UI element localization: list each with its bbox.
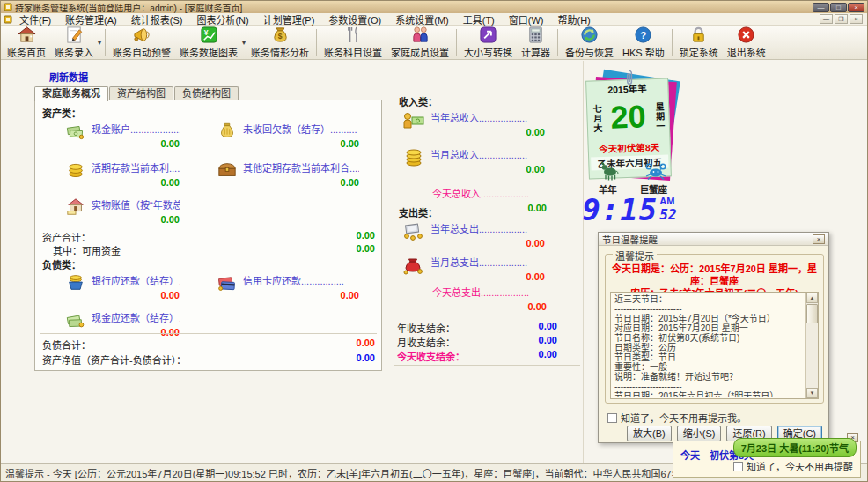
- app-icon: [4, 3, 12, 11]
- asset-item-uncollected-debt: 未收回欠款（结存）..........0.00: [217, 122, 359, 149]
- ledger-entry-dropdown-icon[interactable]: ▾: [98, 39, 101, 47]
- creditcard-repayment-icon: [217, 273, 239, 294]
- case-convert-button[interactable]: 大小写转换: [460, 25, 517, 60]
- uncollected-debt-icon: [217, 122, 239, 143]
- alert-horn-icon: [133, 26, 151, 44]
- exit-icon: [737, 26, 755, 44]
- textarea-scrollbar[interactable]: ▲ ▼: [805, 293, 818, 398]
- expense-item-today: 今天总支出..................0.00: [432, 285, 547, 312]
- festival-reminder-dialog: 节日温馨提醒 × 温馨提示 今天日期是：公历：2015年7月20日 星期一，星座…: [598, 232, 829, 443]
- scroll-down-icon[interactable]: ▼: [806, 388, 818, 398]
- liabilities-header: 负债类：: [42, 257, 81, 271]
- zoom-in-button[interactable]: 放大(B): [627, 426, 672, 441]
- tab-liability-structure[interactable]: 负债结构图: [174, 86, 239, 100]
- tab-family-overview[interactable]: 家庭账务概况: [34, 86, 108, 101]
- assets-header: 资产类：: [42, 106, 81, 120]
- calendar-month-label: 七月大: [590, 103, 604, 133]
- subject-settings-button[interactable]: 账务科目设置: [320, 25, 386, 60]
- tab-strip: 家庭账务概况 资产结构图 负债结构图: [34, 86, 239, 101]
- clock-ampm: AM: [659, 196, 676, 206]
- case-convert-icon: [479, 26, 497, 44]
- asset-item-demand-deposit: 活期存款当前本利............0.00: [65, 160, 180, 188]
- content-divider: [583, 61, 584, 465]
- exit-system-button[interactable]: 退出系统: [723, 25, 770, 60]
- subject-settings-icon: [344, 26, 363, 44]
- income-item-today: 今天总收入..................0.00: [432, 186, 547, 213]
- expense-item-year: 当年总支出..................0.00: [402, 221, 545, 248]
- dialog-title-bar[interactable]: 节日温馨提醒 ×: [599, 233, 828, 246]
- festival-detail-textarea[interactable]: 近三天节日： ----------------------- 节日日期：2015…: [610, 292, 819, 399]
- calendar-weekday-label: 星期一: [652, 101, 666, 131]
- asset-item-cash-account: 现金账户....................0.00: [65, 122, 180, 149]
- widget-dont-remind-checkbox[interactable]: 知道了，今天不用再提醒: [733, 459, 853, 473]
- scrollbar-thumb[interactable]: [806, 304, 818, 323]
- clock-seconds: 52: [659, 206, 676, 223]
- ledger-entry-icon: [65, 26, 84, 44]
- mdi-child-icon: [4, 15, 12, 24]
- reminder-groupbox: 温馨提示 今天日期是：公历：2015年7月20日 星期一，星座：巨蟹座 农历：乙…: [605, 254, 824, 404]
- family-members-button[interactable]: 家庭成员设置: [386, 25, 453, 60]
- assets-total-row: 资产合计： 0.00: [42, 230, 375, 244]
- month-expense-icon: [402, 255, 427, 278]
- asset-item-fixed-deposit: 其他定期存款当前本利合......0.00: [217, 160, 359, 188]
- toolbar-separator: [672, 29, 673, 56]
- cash-repayment-icon: [65, 310, 88, 331]
- calendar-festival-note: 今天初伏第8天: [591, 139, 668, 155]
- month-income-icon: [402, 147, 427, 170]
- dialog-dont-remind-checkbox[interactable]: 知道了，今天不用再提示我。: [607, 411, 747, 425]
- data-chart-button[interactable]: ¥ 账务数据图表: [175, 25, 242, 60]
- checkbox-icon[interactable]: [607, 413, 617, 423]
- auto-alert-button[interactable]: 账务自动预警: [108, 25, 175, 60]
- mdi-restore-icon[interactable]: ❐: [835, 14, 848, 24]
- toolbar-separator: [105, 29, 106, 56]
- family-members-icon: [411, 26, 430, 44]
- close-icon[interactable]: ×: [848, 3, 864, 12]
- toolbar-separator: [316, 29, 317, 56]
- calendar-day-number: 20: [610, 97, 647, 137]
- home-icon: [18, 26, 36, 44]
- month-balance-row: 月收支结余： 0.00: [397, 335, 557, 349]
- toolbar-separator: [557, 29, 558, 56]
- cash-account-icon: [65, 122, 88, 143]
- demand-deposit-icon: [65, 160, 88, 182]
- calculator-button[interactable]: 计算器: [517, 25, 555, 60]
- income-header: 收入类：: [399, 94, 438, 108]
- mdi-minimize-icon[interactable]: —: [820, 14, 833, 24]
- status-text: 温馨提示 - 今天 [公历：公元2015年7月20日(星期一)09:15:52 …: [5, 466, 681, 480]
- asset-item-physical-assets: 实物账值（按“年数总和法”）..0.00: [65, 197, 180, 225]
- toolbar: 账务首页 账务录入 ▾ 账务自动预警 ¥ 账务数据图表 ▾ $ 账务情形分析 账…: [1, 26, 867, 60]
- festival-detail-text: 近三天节日： ----------------------- 节日日期：2015…: [614, 294, 804, 397]
- toolbar-separator: [456, 29, 457, 56]
- lock-icon: [689, 26, 708, 44]
- liability-item-bank-repayment: 银行应还款（结存）..........0.00: [65, 273, 180, 300]
- year-expense-icon: [402, 221, 427, 244]
- mdi-close-icon[interactable]: ×: [850, 14, 863, 24]
- app-window: 持家账务管理系统(当前登陆用户：admin) - [家庭财务首页] — □ × …: [0, 0, 868, 482]
- ledger-entry-button[interactable]: 账务录入: [50, 25, 98, 60]
- data-chart-dropdown-icon[interactable]: ▾: [242, 39, 246, 47]
- scroll-up-icon[interactable]: ▲: [806, 293, 818, 303]
- clock-time: 9:15: [582, 193, 658, 226]
- solar-term-button[interactable]: 7月23日 大暑(11:20)节气: [733, 438, 857, 457]
- menu-bar: 文件(F) 账务管理(A) 统计报表(S) 图表分析(N) 计划管理(P) 参数…: [1, 13, 867, 26]
- liability-item-creditcard-repayment: 信用卡应还款................0.00: [217, 273, 359, 300]
- checkbox-icon[interactable]: [733, 462, 743, 471]
- help-button[interactable]: ? HKS 帮助: [618, 25, 669, 60]
- digital-clock: 9:15 AM 52: [575, 193, 684, 226]
- home-button[interactable]: 账务首页: [3, 25, 50, 60]
- expense-header: 支出类：: [399, 205, 438, 219]
- dialog-close-icon[interactable]: ×: [813, 234, 825, 244]
- tab-asset-structure[interactable]: 资产结构图: [109, 86, 173, 100]
- family-overview-panel: 资产类： 现金账户....................0.00 未收回欠款（…: [34, 100, 382, 371]
- refresh-data-link[interactable]: 刷新数据: [49, 70, 88, 84]
- zoom-out-button[interactable]: 缩小(S): [677, 426, 722, 441]
- backup-restore-button[interactable]: 备份与恢复: [561, 25, 618, 60]
- svg-text:$: $: [277, 32, 282, 41]
- situation-analysis-button[interactable]: $ 账务情形分析: [246, 25, 313, 60]
- lock-system-button[interactable]: 锁定系统: [675, 25, 723, 60]
- minimize-icon[interactable]: —: [813, 3, 829, 12]
- year-income-icon: [402, 110, 427, 133]
- svg-text:?: ?: [641, 30, 647, 41]
- maximize-icon[interactable]: □: [830, 3, 847, 12]
- cancer-crab-icon: [644, 161, 668, 182]
